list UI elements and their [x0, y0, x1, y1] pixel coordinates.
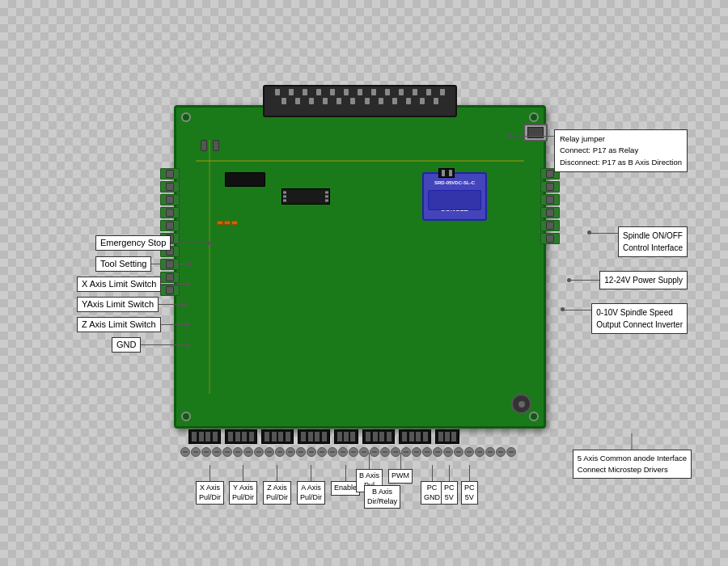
resistor-array	[217, 221, 238, 225]
b-pul-line	[369, 453, 370, 469]
gnd-dot	[185, 343, 189, 347]
screw	[496, 447, 506, 457]
5axis-label-group: 5 Axis Common anode Interface Connect Mi…	[573, 450, 692, 479]
x-axis-label: X Axis Pul/Dir	[196, 481, 224, 505]
screw	[422, 447, 432, 457]
db25-pin	[406, 98, 411, 104]
db25-pin	[336, 98, 341, 104]
db25-pin	[440, 89, 445, 95]
relay-component: SRD-05VDC-SL-C SONGLE	[422, 172, 487, 221]
db25-pin	[323, 98, 328, 104]
db25-pin	[295, 98, 300, 104]
spindle-line	[590, 233, 618, 234]
db25-pin	[392, 98, 397, 104]
screw	[317, 447, 327, 457]
tool-setting-dot	[188, 262, 192, 266]
y-limit-label: YAxis Limit Switch	[77, 297, 159, 312]
a-axis-label: A Axis Pul/Dir	[297, 481, 325, 505]
db25-pin	[371, 89, 376, 95]
relay-jumper-label: Relay jumper Connect: P17 as Relay Disco…	[554, 129, 688, 172]
pc-gnd-line	[432, 465, 433, 481]
pc-gnd-label-group: PC GND	[421, 465, 443, 505]
x-axis-line	[210, 465, 210, 481]
db25-pin	[365, 98, 370, 104]
pcb-trace-v	[209, 140, 210, 394]
5axis-line	[632, 433, 633, 450]
z-limit-line	[161, 324, 185, 325]
screw	[222, 447, 232, 457]
x-limit-label-group: X Axis Limit Switch	[77, 277, 189, 292]
screw	[233, 447, 243, 457]
ic-chip-1	[225, 172, 265, 187]
y-axis-label-group: Y Axis Pul/Dir	[229, 465, 257, 505]
db25-pin	[275, 89, 280, 95]
screw	[464, 447, 474, 457]
screw	[307, 447, 316, 457]
a-axis-line	[311, 465, 311, 481]
db25-pin	[426, 89, 431, 95]
screw	[296, 447, 306, 457]
spindle-speed-label-group: 0-10V Spindle Speed Output Connect Inver…	[591, 303, 688, 334]
pc-5v-2-label: PC 5V	[461, 481, 478, 505]
screw	[475, 447, 485, 457]
x-limit-label: X Axis Limit Switch	[77, 277, 161, 292]
tool-setting-line	[151, 264, 188, 264]
a-axis-label-group: A Axis Pul/Dir	[297, 465, 325, 505]
pc-gnd-label: PC GND	[421, 481, 443, 505]
pc-5v-2-line	[469, 465, 470, 481]
mount-hole-tr	[529, 112, 539, 122]
mount-hole-bl	[181, 412, 191, 421]
screw	[433, 447, 442, 457]
screw	[191, 447, 201, 457]
relay-label-1: SRD-05VDC-SL-C	[434, 180, 475, 185]
y-limit-label-group: YAxis Limit Switch	[77, 297, 187, 312]
gnd-label: GND	[112, 337, 141, 353]
spindle-speed-line	[563, 310, 591, 310]
y-limit-line	[159, 304, 183, 305]
screw	[180, 447, 190, 457]
tool-setting-label: Tool Setting	[95, 256, 151, 272]
screw	[275, 447, 285, 457]
relay-jumper-label-group: Relay jumper Connect: P17 as Relay Disco…	[554, 129, 688, 172]
db25-pin	[413, 89, 417, 95]
db25-pin	[385, 89, 390, 95]
pcb-trace-h	[196, 160, 524, 162]
spindle-onoff-label-group: Spindle ON/OFF Control Interface	[618, 226, 688, 257]
pc-5v-1-line	[449, 465, 450, 481]
z-axis-label: Z Axis Pul/Dir	[263, 481, 291, 505]
db25-pin	[420, 98, 425, 104]
screw	[506, 447, 516, 457]
5axis-label: 5 Axis Common anode Interface Connect Mi…	[573, 450, 692, 479]
db25-pin	[281, 98, 286, 104]
power-supply-label-group: 12-24V Power Supply	[567, 271, 688, 289]
db25-pin	[289, 89, 294, 95]
spindle-onoff-label: Spindle ON/OFF Control Interface	[618, 226, 688, 257]
pc-5v-1-label: PC 5V	[441, 481, 458, 505]
z-limit-label-group: Z Axis Limit Switch	[77, 317, 189, 332]
power-line	[571, 280, 599, 281]
db25-pin	[316, 89, 321, 95]
spindle-speed-dot	[561, 307, 565, 311]
emergency-stop-label: Emergency Stop	[95, 235, 171, 251]
screw	[412, 447, 421, 457]
emergency-stop-label-group: Emergency Stop	[95, 235, 211, 251]
db25-pin	[344, 89, 349, 95]
z-axis-label-group: Z Axis Pul/Dir	[263, 465, 291, 505]
screw	[265, 447, 274, 457]
x-limit-dot	[185, 282, 189, 286]
enable-line	[345, 465, 346, 481]
y-axis-label: Y Axis Pul/Dir	[229, 481, 257, 505]
pc-5v-2-label-group: PC 5V	[461, 465, 478, 505]
bottom-connector-row	[188, 429, 459, 444]
screw	[338, 447, 348, 457]
x-axis-label-group: X Axis Pul/Dir	[196, 465, 224, 505]
screw	[286, 447, 295, 457]
relay-jumper-dot	[507, 133, 511, 137]
b-axis-dir-label-group: B Axis Dir/Relay	[364, 477, 400, 509]
z-limit-dot	[185, 323, 189, 327]
screw	[201, 447, 211, 457]
db25-pin	[399, 89, 404, 95]
db25-pin	[358, 89, 362, 95]
x-limit-line	[161, 284, 185, 285]
pwm-line	[400, 453, 401, 469]
